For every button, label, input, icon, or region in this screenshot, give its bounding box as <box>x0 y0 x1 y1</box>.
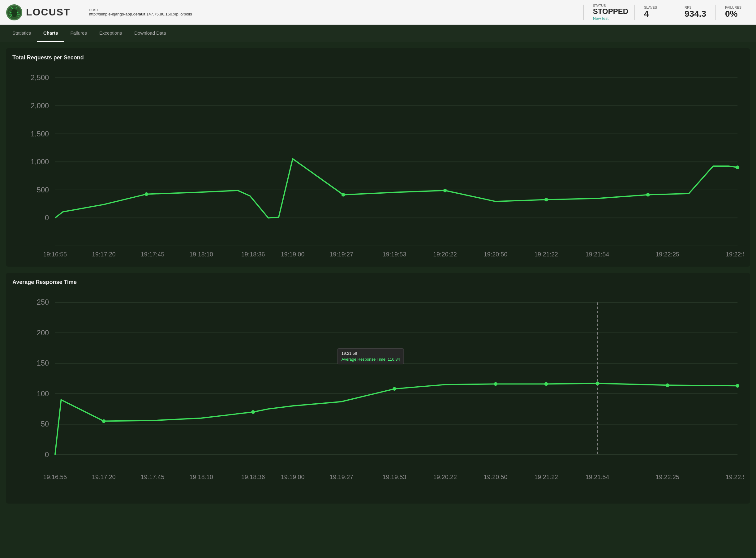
svg-text:19:17:20: 19:17:20 <box>92 474 116 480</box>
rps-chart-container: Total Requests per Second 2,500 2,000 1,… <box>6 48 750 267</box>
svg-point-60 <box>393 387 396 391</box>
response-chart-wrapper: 250 200 150 100 50 0 19 <box>12 290 744 498</box>
host-label: HOST <box>89 8 577 12</box>
svg-text:19:16:55: 19:16:55 <box>43 474 67 480</box>
svg-text:2,500: 2,500 <box>31 74 49 82</box>
svg-point-65 <box>736 384 739 388</box>
svg-text:19:18:10: 19:18:10 <box>189 474 213 480</box>
nav-download[interactable]: Download Data <box>128 25 172 42</box>
svg-text:19:21:22: 19:21:22 <box>534 474 558 480</box>
svg-text:500: 500 <box>37 186 49 194</box>
slaves-value: 4 <box>644 9 669 19</box>
svg-point-25 <box>145 193 148 196</box>
status-block: STATUS STOPPED New test <box>593 4 628 20</box>
main-content: Total Requests per Second 2,500 2,000 1,… <box>0 42 756 516</box>
svg-text:19:18:36: 19:18:36 <box>241 474 265 480</box>
svg-text:19:16:55: 19:16:55 <box>43 251 67 258</box>
svg-text:19:19:27: 19:19:27 <box>329 251 353 258</box>
svg-text:19:17:45: 19:17:45 <box>141 474 165 480</box>
svg-point-28 <box>545 198 548 201</box>
svg-point-64 <box>666 384 670 387</box>
svg-text:19:18:10: 19:18:10 <box>189 251 213 258</box>
svg-text:0: 0 <box>45 451 49 459</box>
svg-text:19:19:27: 19:19:27 <box>329 474 353 480</box>
svg-text:19:19:53: 19:19:53 <box>383 474 406 480</box>
failures-block: FAILURES 0% <box>725 5 750 19</box>
nav-statistics[interactable]: Statistics <box>6 25 37 42</box>
rps-chart-wrapper: 2,500 2,000 1,500 1,000 500 0 19:16:55 1… <box>12 66 744 260</box>
svg-text:0: 0 <box>45 214 49 222</box>
rps-chart-svg: 2,500 2,000 1,500 1,000 500 0 19:16:55 1… <box>12 66 744 260</box>
nav-exceptions[interactable]: Exceptions <box>93 25 128 42</box>
svg-text:19:18:36: 19:18:36 <box>241 251 265 258</box>
svg-text:50: 50 <box>41 420 49 428</box>
svg-point-26 <box>342 193 345 197</box>
divider-3 <box>675 5 675 20</box>
svg-text:100: 100 <box>37 390 49 398</box>
svg-text:19:19:53: 19:19:53 <box>383 251 406 258</box>
svg-text:19:20:22: 19:20:22 <box>433 474 457 480</box>
svg-point-61 <box>494 382 497 386</box>
logo-text: LOCUST <box>26 6 71 18</box>
svg-point-29 <box>646 193 650 197</box>
svg-text:19:20:50: 19:20:50 <box>484 474 508 480</box>
logo-icon <box>6 4 22 20</box>
svg-text:19:22:25: 19:22:25 <box>655 251 679 258</box>
slaves-block: SLAVES 4 <box>644 5 669 19</box>
svg-text:19:22:56: 19:22:56 <box>726 251 744 258</box>
svg-text:19:19:00: 19:19:00 <box>281 251 305 258</box>
svg-text:19:21:22: 19:21:22 <box>534 251 558 258</box>
logo-area: LOCUST <box>6 4 71 20</box>
rps-value: 934.3 <box>684 9 709 19</box>
host-value: http://simple-django-app.default.147.75.… <box>89 12 577 17</box>
svg-point-3 <box>12 9 17 14</box>
svg-point-62 <box>545 382 548 386</box>
rps-block: RPS 934.3 <box>684 5 709 19</box>
svg-text:19:17:20: 19:17:20 <box>92 251 116 258</box>
svg-text:19:21:54: 19:21:54 <box>585 251 609 258</box>
failures-value: 0% <box>725 9 750 19</box>
svg-text:1,500: 1,500 <box>31 130 49 138</box>
svg-point-30 <box>736 166 739 169</box>
status-value: STOPPED <box>593 7 628 16</box>
nav: Statistics Charts Failures Exceptions Do… <box>0 25 756 42</box>
new-test-link[interactable]: New test <box>593 16 609 21</box>
header: LOCUST HOST http://simple-django-app.def… <box>0 0 756 25</box>
svg-text:19:17:45: 19:17:45 <box>141 251 165 258</box>
svg-text:200: 200 <box>37 329 49 337</box>
svg-point-59 <box>251 410 255 414</box>
svg-text:19:19:00: 19:19:00 <box>281 474 305 480</box>
svg-text:1,000: 1,000 <box>31 158 49 166</box>
svg-point-63 <box>596 382 599 385</box>
svg-text:19:20:50: 19:20:50 <box>484 251 508 258</box>
nav-failures[interactable]: Failures <box>64 25 93 42</box>
nav-charts[interactable]: Charts <box>37 25 64 42</box>
svg-point-58 <box>102 420 106 423</box>
divider-1 <box>583 5 584 20</box>
svg-text:19:22:25: 19:22:25 <box>655 474 679 480</box>
svg-text:2,000: 2,000 <box>31 102 49 110</box>
response-chart-container: Average Response Time 250 200 150 100 50… <box>6 273 750 504</box>
svg-text:19:21:54: 19:21:54 <box>585 474 609 480</box>
svg-text:19:22:56: 19:22:56 <box>726 474 744 480</box>
response-chart-title: Average Response Time <box>12 279 744 285</box>
svg-point-27 <box>443 189 447 193</box>
svg-text:250: 250 <box>37 299 49 307</box>
svg-text:150: 150 <box>37 359 49 367</box>
svg-text:19:20:22: 19:20:22 <box>433 251 457 258</box>
rps-chart-title: Total Requests per Second <box>12 54 744 61</box>
divider-2 <box>634 5 635 20</box>
host-info: HOST http://simple-django-app.default.14… <box>89 8 577 17</box>
response-chart-svg: 250 200 150 100 50 0 19 <box>12 290 744 498</box>
divider-4 <box>715 5 716 20</box>
